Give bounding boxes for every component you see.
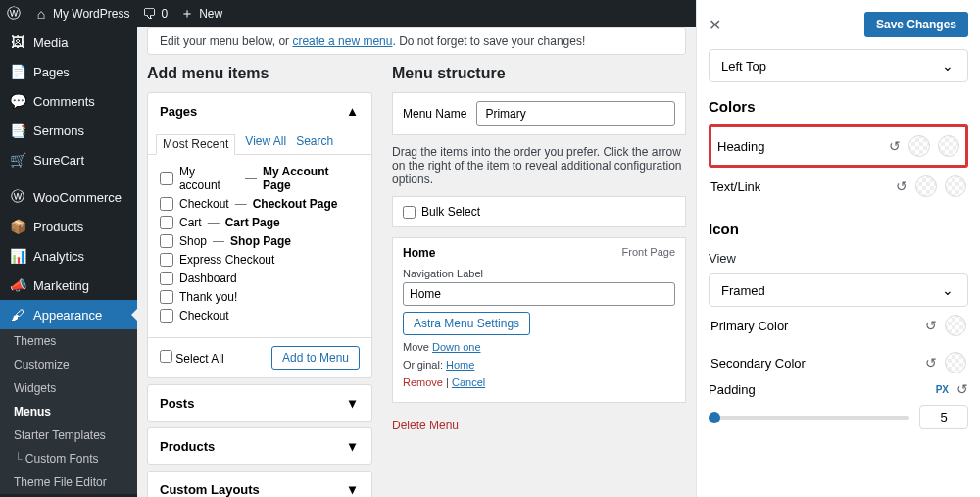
padding-slider[interactable] bbox=[709, 416, 909, 420]
bulk-select-checkbox[interactable] bbox=[403, 206, 416, 219]
remove-link[interactable]: Remove bbox=[403, 376, 443, 388]
original-link[interactable]: Home bbox=[446, 359, 474, 371]
plus-icon: ＋ bbox=[179, 6, 195, 22]
submenu-themes[interactable]: Themes bbox=[0, 329, 137, 353]
bulk-select-row: Bulk Select bbox=[392, 196, 686, 227]
chevron-down-icon: ⌄ bbox=[940, 282, 956, 298]
page-item[interactable]: Checkout bbox=[160, 309, 360, 323]
menu-name-row: Menu Name bbox=[392, 92, 686, 135]
sidebar-item-woocommerce[interactable]: ⓦWooCommerce bbox=[0, 182, 137, 212]
sidebar-item-marketing[interactable]: 📣Marketing bbox=[0, 271, 137, 300]
page-item[interactable]: Cart — Cart Page bbox=[160, 216, 360, 229]
move-down-link[interactable]: Down one bbox=[432, 341, 481, 353]
products-icon: 📦 bbox=[10, 219, 25, 234]
sidebar-item-products[interactable]: 📦Products bbox=[0, 212, 137, 241]
submenu-widgets[interactable]: Widgets bbox=[0, 376, 137, 400]
textlink-color-swatch-2[interactable] bbox=[945, 175, 966, 197]
accordion-pages: Pages▴ Most Recent View All Search My ac… bbox=[147, 92, 372, 378]
main-content: Edit your menu below, or create a new me… bbox=[137, 27, 696, 497]
drag-hint: Drag the items into the order you prefer… bbox=[392, 145, 686, 186]
page-checkbox[interactable] bbox=[160, 234, 173, 248]
reset-icon[interactable]: ↺ bbox=[925, 318, 937, 333]
astra-settings-button[interactable]: Astra Menu Settings bbox=[403, 312, 530, 335]
submenu-theme-file-editor[interactable]: Theme File Editor bbox=[0, 471, 137, 494]
new-link[interactable]: ＋New bbox=[179, 6, 222, 22]
submenu-menus[interactable]: Menus bbox=[0, 400, 137, 423]
page-checkbox[interactable] bbox=[160, 309, 173, 323]
appearance-icon: 🖌 bbox=[10, 307, 25, 323]
textlink-color-swatch-1[interactable] bbox=[915, 175, 937, 197]
settings-panel: ✕ Save Changes Left Top ⌄ Colors Heading… bbox=[696, 0, 980, 497]
sidebar-item-media[interactable]: 🖼Media bbox=[0, 27, 137, 57]
menu-name-input[interactable] bbox=[476, 101, 675, 126]
page-item[interactable]: Dashboard bbox=[160, 272, 360, 285]
sidebar-item-pages[interactable]: 📄Pages bbox=[0, 57, 137, 86]
tab-most-recent[interactable]: Most Recent bbox=[156, 134, 235, 155]
tab-search[interactable]: Search bbox=[296, 134, 333, 148]
accordion-pages-head[interactable]: Pages▴ bbox=[148, 93, 371, 128]
page-item[interactable]: Express Checkout bbox=[160, 253, 360, 267]
marketing-icon: 📣 bbox=[10, 277, 25, 293]
reset-icon[interactable]: ↺ bbox=[956, 381, 968, 397]
secondary-color-swatch[interactable] bbox=[945, 352, 966, 373]
site-link[interactable]: ⌂My WordPress bbox=[33, 6, 129, 22]
page-checkbox[interactable] bbox=[160, 197, 173, 211]
submenu-custom-fonts[interactable]: └ Custom Fonts bbox=[0, 447, 137, 471]
page-item[interactable]: Shop — Shop Page bbox=[160, 234, 360, 248]
page-checkbox[interactable] bbox=[160, 272, 173, 285]
view-select[interactable]: Framed ⌄ bbox=[709, 273, 968, 307]
speech-icon: 🗨 bbox=[141, 6, 157, 22]
accordion-posts[interactable]: Posts▾ bbox=[147, 384, 372, 422]
page-checkbox[interactable] bbox=[160, 172, 173, 185]
sidebar-item-sermons[interactable]: 📑Sermons bbox=[0, 116, 137, 145]
page-checkbox[interactable] bbox=[160, 216, 173, 229]
primary-color-row: Primary Color ↺ bbox=[709, 307, 968, 344]
page-item[interactable]: Checkout — Checkout Page bbox=[160, 197, 360, 211]
page-checkbox[interactable] bbox=[160, 290, 173, 304]
edit-menu-notice: Edit your menu below, or create a new me… bbox=[147, 27, 686, 55]
unit-label[interactable]: PX bbox=[936, 384, 949, 395]
close-icon[interactable]: ✕ bbox=[709, 16, 721, 34]
padding-input[interactable] bbox=[919, 405, 968, 429]
cancel-link[interactable]: Cancel bbox=[452, 376, 485, 388]
save-changes-button[interactable]: Save Changes bbox=[864, 12, 968, 37]
add-items-column: Add menu items Pages▴ Most Recent View A… bbox=[147, 65, 372, 497]
wp-logo[interactable]: ⓦ bbox=[6, 6, 22, 22]
accordion-custom-layouts[interactable]: Custom Layouts▾ bbox=[147, 471, 372, 497]
original-row: Original: Home bbox=[403, 359, 675, 371]
position-select[interactable]: Left Top ⌄ bbox=[709, 49, 968, 82]
admin-sidebar: 🖼Media 📄Pages 💬Comments 📑Sermons 🛒SureCa… bbox=[0, 27, 137, 497]
reset-icon[interactable]: ↺ bbox=[896, 178, 907, 194]
tab-view-all[interactable]: View All bbox=[245, 134, 286, 148]
delete-menu-link[interactable]: Delete Menu bbox=[392, 419, 459, 432]
nav-label-input[interactable] bbox=[403, 282, 675, 306]
sidebar-item-appearance[interactable]: 🖌Appearance bbox=[0, 300, 137, 329]
create-menu-link[interactable]: create a new menu bbox=[292, 34, 392, 48]
pages-list: My account — My Account Page Checkout — … bbox=[148, 155, 371, 337]
heading-color-swatch-1[interactable] bbox=[908, 135, 930, 157]
home-icon: ⌂ bbox=[33, 6, 49, 22]
select-all[interactable]: Select All bbox=[160, 350, 224, 366]
submenu-starter-templates[interactable]: Starter Templates bbox=[0, 423, 137, 447]
page-item[interactable]: Thank you! bbox=[160, 290, 360, 304]
sidebar-item-surecart[interactable]: 🛒SureCart bbox=[0, 145, 137, 174]
accordion-products[interactable]: Products▾ bbox=[147, 427, 372, 465]
menu-item-card: Home Front Page Navigation Label Astra M… bbox=[392, 237, 686, 403]
sidebar-item-comments[interactable]: 💬Comments bbox=[0, 86, 137, 116]
page-item[interactable]: My account — My Account Page bbox=[160, 165, 360, 192]
select-all-checkbox[interactable] bbox=[160, 350, 172, 363]
wordpress-icon: ⓦ bbox=[6, 6, 22, 22]
reset-icon[interactable]: ↺ bbox=[889, 138, 901, 154]
page-checkbox[interactable] bbox=[160, 253, 173, 267]
add-to-menu-button[interactable]: Add to Menu bbox=[271, 346, 360, 370]
primary-color-swatch[interactable] bbox=[945, 315, 966, 336]
submenu-customize[interactable]: Customize bbox=[0, 353, 137, 376]
reset-icon[interactable]: ↺ bbox=[925, 355, 937, 371]
menu-structure-column: Menu structure Menu Name Drag the items … bbox=[392, 65, 686, 497]
view-label: View bbox=[709, 251, 968, 266]
sidebar-item-analytics[interactable]: 📊Analytics bbox=[0, 241, 137, 271]
menu-item-header[interactable]: Home Front Page bbox=[403, 246, 675, 260]
heading-color-swatch-2[interactable] bbox=[938, 135, 959, 157]
comments-link[interactable]: 🗨0 bbox=[141, 6, 168, 22]
site-name: My WordPress bbox=[53, 7, 129, 21]
